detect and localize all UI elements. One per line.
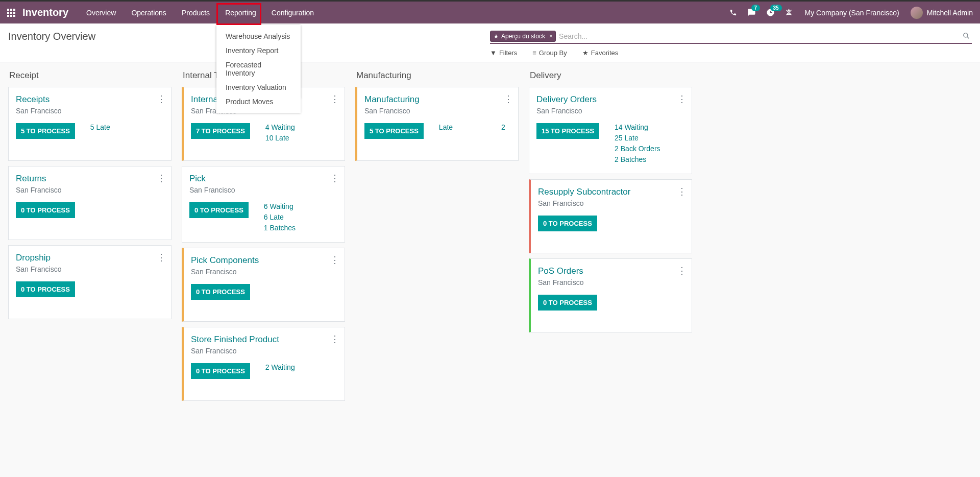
- kanban-card[interactable]: ⋮PickSan Francisco0 TO PROCESS6 Waiting6…: [182, 166, 345, 243]
- column-title: Manufacturing: [355, 62, 519, 87]
- nav-configuration[interactable]: Configuration: [264, 1, 322, 25]
- card-title[interactable]: PoS Orders: [538, 266, 684, 276]
- card-stat-link[interactable]: Late2: [439, 123, 505, 131]
- process-button[interactable]: 0 TO PROCESS: [538, 216, 597, 231]
- svg-rect-2: [13, 9, 15, 11]
- activities-icon[interactable]: 35: [761, 2, 780, 23]
- close-icon[interactable]: ×: [548, 33, 553, 40]
- kebab-icon[interactable]: ⋮: [330, 333, 339, 345]
- kanban-card[interactable]: ⋮PoS OrdersSan Francisco0 TO PROCESS: [529, 258, 692, 332]
- nav-products[interactable]: Products: [174, 1, 217, 25]
- column-title: Receipt: [8, 62, 172, 87]
- apps-icon[interactable]: [0, 2, 22, 23]
- kanban-card[interactable]: ⋮Delivery OrdersSan Francisco15 TO PROCE…: [529, 87, 692, 174]
- filters-button[interactable]: ▼ Filters: [490, 49, 517, 57]
- search-bar[interactable]: ★ Aperçu du stock ×: [490, 31, 972, 44]
- kebab-icon[interactable]: ⋮: [330, 93, 339, 105]
- card-stat-link[interactable]: 2 Waiting: [265, 363, 295, 371]
- dropdown-inventory-valuation[interactable]: Inventory Valuation: [216, 80, 301, 94]
- process-button[interactable]: 0 TO PROCESS: [191, 284, 250, 300]
- card-stat-link[interactable]: 2 Back Orders: [615, 145, 660, 153]
- kanban-card[interactable]: ⋮Resupply SubcontractorSan Francisco0 TO…: [529, 179, 692, 253]
- process-button[interactable]: 7 TO PROCESS: [191, 123, 250, 139]
- brand-title[interactable]: Inventory: [22, 7, 68, 18]
- kebab-icon[interactable]: ⋮: [504, 93, 513, 105]
- card-title[interactable]: Receipts: [16, 94, 164, 105]
- kanban-column: Internal Transfer⋮Internal TransfersSan …: [182, 62, 355, 406]
- dropdown-inventory-report[interactable]: Inventory Report: [216, 43, 301, 58]
- card-subtitle: San Francisco: [16, 186, 164, 194]
- kanban-card[interactable]: ⋮DropshipSan Francisco0 TO PROCESS: [8, 245, 172, 319]
- process-button[interactable]: 0 TO PROCESS: [538, 295, 597, 311]
- card-stat-link[interactable]: 1 Batches: [264, 224, 296, 232]
- card-subtitle: San Francisco: [189, 186, 337, 194]
- card-title[interactable]: Manufacturing: [364, 94, 511, 105]
- messages-icon[interactable]: 7: [742, 2, 761, 23]
- card-title[interactable]: Delivery Orders: [536, 94, 684, 105]
- process-button[interactable]: 0 TO PROCESS: [16, 202, 75, 218]
- card-stat-link[interactable]: 14 Waiting: [615, 123, 660, 131]
- card-subtitle: San Francisco: [538, 278, 684, 287]
- card-title[interactable]: Pick: [189, 174, 337, 184]
- kebab-icon[interactable]: ⋮: [677, 265, 687, 276]
- search-input[interactable]: [559, 32, 961, 40]
- kebab-icon[interactable]: ⋮: [157, 173, 166, 184]
- kebab-icon[interactable]: ⋮: [677, 186, 687, 197]
- card-stat-link[interactable]: 10 Late: [265, 134, 295, 142]
- dropdown-warehouse-analysis[interactable]: Warehouse Analysis: [216, 29, 301, 43]
- svg-rect-5: [13, 12, 15, 14]
- card-title[interactable]: Store Finished Product: [191, 335, 337, 345]
- kanban-card[interactable]: ⋮ReceiptsSan Francisco5 TO PROCESS5 Late: [8, 87, 172, 161]
- card-stat-link[interactable]: 2 Batches: [615, 155, 660, 163]
- kanban-card[interactable]: ⋮Pick ComponentsSan Francisco0 TO PROCES…: [182, 248, 345, 322]
- card-stat-link[interactable]: 25 Late: [615, 134, 660, 142]
- messages-badge: 7: [751, 5, 761, 11]
- kebab-icon[interactable]: ⋮: [330, 254, 339, 266]
- kebab-icon[interactable]: ⋮: [157, 252, 166, 263]
- card-stat-link[interactable]: 5 Late: [90, 123, 110, 131]
- card-stat-link[interactable]: 6 Late: [264, 213, 296, 221]
- svg-line-10: [967, 36, 969, 38]
- process-button[interactable]: 5 TO PROCESS: [16, 123, 75, 139]
- svg-rect-8: [13, 15, 15, 17]
- process-button[interactable]: 15 TO PROCESS: [536, 123, 599, 139]
- kanban-column: Delivery⋮Delivery OrdersSan Francisco15 …: [529, 62, 702, 406]
- column-title: Delivery: [529, 62, 692, 87]
- nav-reporting[interactable]: Reporting: [217, 1, 264, 25]
- process-button[interactable]: 0 TO PROCESS: [189, 202, 249, 218]
- list-icon: ≡: [532, 49, 536, 57]
- process-button[interactable]: 0 TO PROCESS: [16, 281, 75, 297]
- card-stat-link[interactable]: 4 Waiting: [265, 123, 295, 131]
- svg-rect-3: [7, 12, 9, 14]
- dropdown-product-moves[interactable]: Product Moves: [216, 94, 301, 109]
- avatar: [911, 7, 923, 19]
- kanban-card[interactable]: ⋮ReturnsSan Francisco0 TO PROCESS: [8, 166, 172, 240]
- kebab-icon[interactable]: ⋮: [157, 93, 166, 105]
- company-selector[interactable]: My Company (San Francisco): [798, 9, 906, 17]
- phone-icon[interactable]: [724, 2, 742, 23]
- debug-icon[interactable]: [780, 2, 798, 23]
- process-button[interactable]: 5 TO PROCESS: [364, 123, 424, 139]
- user-menu[interactable]: Mitchell Admin: [906, 7, 980, 19]
- nav-operations[interactable]: Operations: [124, 1, 174, 25]
- card-title[interactable]: Pick Components: [191, 255, 337, 266]
- nav-overview[interactable]: Overview: [79, 1, 124, 25]
- kebab-icon[interactable]: ⋮: [330, 173, 339, 184]
- favorites-button[interactable]: ★ Favorites: [582, 49, 618, 57]
- process-button[interactable]: 0 TO PROCESS: [191, 363, 250, 379]
- kanban-card[interactable]: ⋮Store Finished ProductSan Francisco0 TO…: [182, 327, 345, 401]
- card-stat-link[interactable]: 6 Waiting: [264, 202, 296, 210]
- filter-icon: ▼: [490, 49, 497, 57]
- card-title[interactable]: Resupply Subcontractor: [538, 187, 684, 197]
- card-subtitle: San Francisco: [191, 268, 337, 276]
- kebab-icon[interactable]: ⋮: [677, 93, 687, 105]
- search-tag-label: Aperçu du stock: [501, 33, 545, 40]
- kanban-card[interactable]: ⋮ManufacturingSan Francisco5 TO PROCESSL…: [355, 87, 519, 161]
- dropdown-forecasted-inventory[interactable]: Forecasted Inventory: [216, 58, 301, 80]
- search-icon[interactable]: [961, 32, 972, 41]
- card-title[interactable]: Dropship: [16, 253, 164, 263]
- search-facet[interactable]: ★ Aperçu du stock ×: [490, 31, 556, 42]
- card-title[interactable]: Returns: [16, 174, 164, 184]
- reporting-dropdown: Warehouse Analysis Inventory Report Fore…: [216, 25, 301, 113]
- group-by-button[interactable]: ≡ Group By: [532, 49, 567, 57]
